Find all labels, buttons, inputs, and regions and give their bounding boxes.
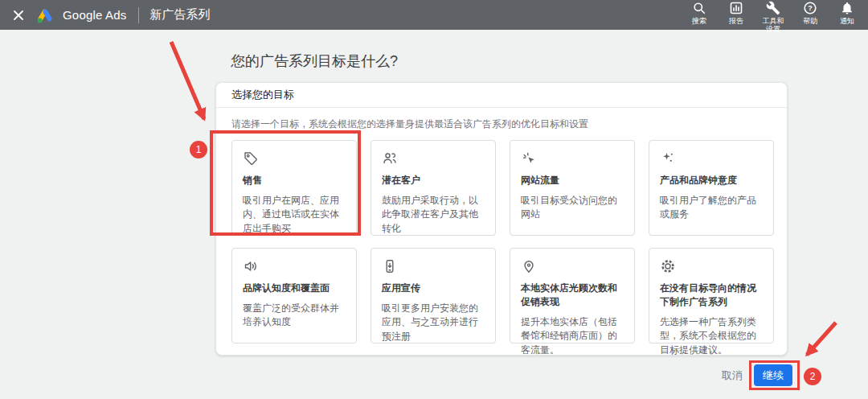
goal-description: 鼓励用户采取行动，以此争取潜在客户及其他转化 bbox=[382, 194, 485, 236]
annotation-arrow-2 bbox=[807, 323, 836, 355]
goal-card-leads[interactable]: 潜在客户 鼓励用户采取行动，以此争取潜在客户及其他转化 bbox=[371, 140, 496, 236]
page-title: 您的广告系列目标是什么? bbox=[231, 51, 398, 71]
tag-icon bbox=[243, 150, 259, 167]
tools-icon bbox=[766, 1, 780, 15]
goal-description: 吸引目标受众访问您的网站 bbox=[521, 194, 624, 222]
google-ads-logo-icon bbox=[35, 6, 55, 25]
people-icon bbox=[382, 150, 398, 167]
topbar: Google Ads 新广告系列 搜索 报告 工具和设置 ? bbox=[0, 0, 868, 30]
goal-card-sales[interactable]: 销售 吸引用户在网店、应用内、通过电话或在实体店出手购买 bbox=[231, 140, 357, 236]
panel-subtitle: 请选择一个目标，系统会根据您的选择量身提供最适合该广告系列的优化目标和设置 bbox=[216, 108, 787, 140]
goals-grid: 销售 吸引用户在网店、应用内、通过电话或在实体店出手购买 潜在客户 鼓励用户采取… bbox=[216, 140, 787, 343]
goal-title: 销售 bbox=[243, 174, 346, 187]
goal-card-product-brand-consideration[interactable]: 产品和品牌钟意度 吸引用户了解您的产品或服务 bbox=[649, 140, 774, 236]
topbar-left: Google Ads 新广告系列 bbox=[0, 6, 211, 25]
goal-title: 网站流量 bbox=[521, 174, 624, 187]
sparkle-icon bbox=[660, 150, 676, 167]
panel-header: 选择您的目标 bbox=[216, 83, 787, 108]
goal-description: 吸引用户在网店、应用内、通过电话或在实体店出手购买 bbox=[243, 194, 346, 236]
goal-title: 潜在客户 bbox=[382, 174, 485, 187]
report-icon bbox=[729, 1, 743, 15]
bell-icon bbox=[840, 1, 854, 15]
brand-name: Google Ads bbox=[63, 8, 127, 22]
phone-icon bbox=[382, 258, 398, 274]
goal-title: 在没有目标导向的情况下制作广告系列 bbox=[660, 282, 763, 309]
speaker-icon bbox=[243, 258, 259, 274]
tools-settings-label: 工具和设置 bbox=[760, 17, 787, 33]
help-icon: ? bbox=[803, 1, 817, 15]
topbar-divider bbox=[138, 7, 139, 23]
goal-card-no-goal[interactable]: 在没有目标导向的情况下制作广告系列 先选择一种广告系列类型，系统不会根据您的目标… bbox=[649, 248, 774, 343]
tools-settings-button[interactable]: 工具和设置 bbox=[757, 1, 789, 33]
continue-button[interactable]: 继续 bbox=[754, 364, 792, 386]
goal-description: 覆盖广泛的受众群体并培养认知度 bbox=[243, 302, 346, 330]
cancel-button[interactable]: 取消 bbox=[722, 368, 743, 383]
gear-icon bbox=[660, 258, 676, 274]
goal-card-local-store-visits[interactable]: 本地实体店光顾次数和促销表现 提升本地实体店（包括餐馆和经销商店面）的客流量。 bbox=[510, 248, 635, 343]
topbar-actions: 搜索 报告 工具和设置 ? 帮助 通知 bbox=[683, 0, 868, 33]
reports-button[interactable]: 报告 bbox=[720, 1, 752, 25]
notifications-button[interactable]: 通知 bbox=[831, 1, 863, 25]
goal-description: 吸引更多用户安装您的应用、与之互动并进行预注册 bbox=[382, 302, 485, 343]
close-icon[interactable] bbox=[10, 6, 27, 24]
goal-title: 应用宣传 bbox=[382, 282, 485, 295]
topbar-page-title: 新广告系列 bbox=[150, 7, 211, 23]
search-button[interactable]: 搜索 bbox=[683, 1, 715, 25]
help-label: 帮助 bbox=[796, 17, 824, 25]
pin-icon bbox=[521, 258, 537, 274]
help-button[interactable]: ? 帮助 bbox=[794, 1, 826, 25]
annotation-step2-badge: 2 bbox=[804, 368, 821, 385]
goal-selection-panel: 选择您的目标 请选择一个目标，系统会根据您的选择量身提供最适合该广告系列的优化目… bbox=[215, 82, 788, 356]
svg-text:?: ? bbox=[808, 4, 813, 12]
goal-title: 产品和品牌钟意度 bbox=[660, 174, 763, 187]
notifications-label: 通知 bbox=[833, 17, 861, 25]
goal-description: 先选择一种广告系列类型，系统不会根据您的目标提供建议。 bbox=[660, 315, 763, 357]
search-label: 搜索 bbox=[686, 17, 713, 25]
search-icon bbox=[692, 1, 706, 15]
cursor-icon bbox=[521, 150, 537, 167]
annotation-arrow-1 bbox=[171, 42, 204, 119]
goal-description: 提升本地实体店（包括餐馆和经销商店面）的客流量。 bbox=[521, 315, 624, 357]
goal-card-app-promotion[interactable]: 应用宣传 吸引更多用户安装您的应用、与之互动并进行预注册 bbox=[371, 248, 496, 343]
goal-title: 品牌认知度和覆盖面 bbox=[243, 282, 346, 295]
reports-label: 报告 bbox=[723, 17, 750, 25]
wizard-footer: 取消 继续 bbox=[722, 364, 792, 386]
goal-card-website-traffic[interactable]: 网站流量 吸引目标受众访问您的网站 bbox=[510, 140, 635, 236]
goal-title: 本地实体店光顾次数和促销表现 bbox=[521, 282, 624, 309]
goal-description: 吸引用户了解您的产品或服务 bbox=[660, 194, 763, 222]
annotation-step1-badge: 1 bbox=[190, 141, 207, 158]
goal-card-brand-awareness[interactable]: 品牌认知度和覆盖面 覆盖广泛的受众群体并培养认知度 bbox=[231, 248, 357, 343]
